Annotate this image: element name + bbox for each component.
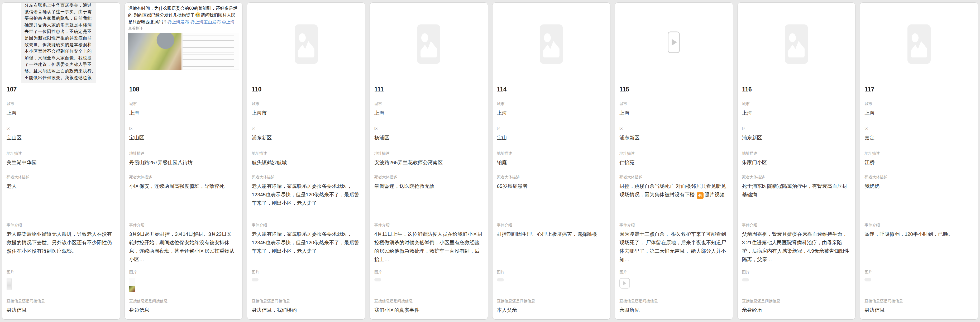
field-label-city: 城市	[129, 101, 238, 106]
field-label-event: 事件介绍	[374, 222, 483, 228]
field-value-deceased: 老人	[6, 182, 116, 190]
field-label-image: 图片	[129, 269, 238, 274]
gallery-card[interactable]: 运输有时间，为什么跟居委会的60的菜能到，还好多是烂的 别的区都已经分发过几批物…	[125, 3, 243, 319]
field-label-district: 区	[129, 126, 238, 131]
field-direct: 直接信息还是间接信息 身边信息，我们楼的	[252, 298, 361, 314]
field-value-address: 安波路265弄兰花教师公寓南区	[374, 159, 483, 167]
field-direct: 直接信息还是间接信息 我们小区的真实事件	[374, 298, 483, 314]
field-value-address: 仁怡苑	[619, 159, 728, 167]
field-value-district: 杨浦区	[374, 133, 483, 142]
card-cover	[860, 3, 978, 83]
field-value-event: 父亲周嘉祖，肾衰且瘫痪在床靠血透维持生命，3.21住进第七人民医院肾病科治疗，由…	[742, 230, 851, 264]
placeholder-mountain	[298, 41, 315, 57]
field-label-address: 地址描述	[129, 151, 238, 156]
placeholder-sun	[544, 33, 551, 42]
field-direct: 直接信息还是间接信息 亲身经历	[742, 298, 851, 314]
cabbage-photo	[128, 33, 181, 70]
field-value-direct: 身边信息	[6, 306, 116, 314]
field-label-direct: 直接信息还是间接信息	[374, 298, 483, 303]
field-label-event: 事件介绍	[742, 222, 851, 228]
field-value-event: 3月9日起开始封控，3月14日解封。3月23日又一轮封控开始，期间这位保安始终没…	[129, 230, 238, 264]
gallery-card[interactable]: 分左右联系上中华西居委会，通过微信语音确认了这一事实。由于需要保护患者家属的隐私…	[2, 3, 120, 319]
gallery-card[interactable]: 110 城市 上海市 区 浦东新区 地址描述 航头镇鹤沙航城 死者大体描述 老人…	[247, 3, 365, 319]
field-label-deceased: 死者大体描述	[742, 174, 851, 180]
field-label-direct: 直接信息还是间接信息	[129, 298, 238, 303]
field-value-deceased: 晕倒昏迷，送医院抢救无效	[374, 182, 483, 190]
field-value-city: 上海	[6, 109, 116, 117]
field-deceased: 死者大体描述 晕倒昏迷，送医院抢救无效	[374, 174, 483, 190]
field-value-direct: 我们小区的真实事件	[374, 306, 483, 314]
card-cover	[615, 3, 733, 83]
loading-pill-thumbnail	[374, 278, 381, 281]
image-placeholder-icon	[540, 24, 563, 64]
field-deceased: 死者大体描述 封控，跳楼自杀当场死亡 对面楼邻居只看见听见现场情况，因为集体被封…	[619, 174, 728, 199]
field-image: 图片	[374, 269, 483, 293]
field-label-deceased: 死者大体描述	[864, 174, 974, 180]
field-label-city: 城市	[742, 101, 851, 106]
field-city: 城市 上海	[742, 101, 851, 117]
field-direct: 直接信息还是间接信息 身边信息	[129, 298, 238, 314]
field-value-address: 丹霞山路257弄馨佳园八街坊	[129, 159, 238, 167]
placeholder-mountain	[911, 41, 927, 57]
field-city: 城市 上海	[129, 101, 238, 117]
field-label-image: 图片	[374, 269, 483, 274]
field-value-event: 封控期间因生理、心理上极度痛苦，选择跳楼	[497, 230, 606, 238]
gallery-card[interactable]: 111 城市 上海 区 杨浦区 地址描述 安波路265弄兰花教师公寓南区 死者大…	[370, 3, 488, 319]
field-value-address: 美兰湖中华园	[6, 159, 116, 167]
gallery-card[interactable]: 114 城市 上海 区 宝山 地址描述 铂庭 死者大体描述 65岁癌症患者 事件…	[493, 3, 611, 319]
field-label-city: 城市	[6, 101, 116, 106]
card-number: 115	[619, 86, 728, 93]
field-district: 区 宝山区	[129, 126, 238, 142]
field-district: 区 宝山区	[6, 126, 116, 142]
field-value-direct: 身边信息	[864, 306, 974, 314]
gallery-card[interactable]: 117 城市 上海 区 嘉定 地址描述 江桥 死者大体描述 我奶奶 事件介绍 昏…	[860, 3, 978, 319]
field-label-direct: 直接信息还是间接信息	[6, 298, 116, 303]
field-label-event: 事件介绍	[6, 222, 116, 228]
field-label-event: 事件介绍	[129, 222, 238, 228]
image-thumbnail-area	[742, 278, 851, 293]
field-direct: 直接信息还是间接信息 身边信息	[864, 298, 974, 314]
loading-pill-thumbnail	[497, 278, 504, 281]
field-event: 事件介绍 老人感染后物业街道无人跟进，导致老人在没有救援的情况下去世。另外该小区…	[6, 222, 116, 255]
field-label-address: 地址描述	[864, 151, 974, 156]
field-value-event: 老人患有哮喘，家属联系居委报备要求就医，12345也表示尽快，但是120依然来不…	[252, 230, 361, 255]
field-direct: 直接信息还是间接信息 本人父亲	[497, 298, 606, 314]
image-thumbnail-area	[129, 278, 238, 293]
field-deceased: 死者大体描述 死于浦东医院新冠隔离治疗中，有肾衰高血压封基础病	[742, 174, 851, 199]
placeholder-sun	[421, 33, 428, 42]
image-placeholder-icon	[785, 24, 808, 64]
mention-links: @上海发布 @上海宝山发布 ◎上海	[167, 19, 234, 24]
field-label-city: 城市	[252, 101, 361, 106]
post-images	[128, 33, 239, 70]
field-event: 事件介绍 因为凌晨十二点自杀， 很久救护车来了可能看到现场死了， 尸体留在原地，…	[619, 222, 728, 264]
field-value-city: 上海	[864, 109, 974, 117]
field-city: 城市 上海	[864, 101, 974, 117]
field-value-direct: 身边信息	[129, 306, 238, 314]
field-value-district: 浦东新区	[742, 133, 851, 142]
field-value-city: 上海	[497, 109, 606, 117]
field-value-deceased: 封控，跳楼自杀当场死亡 对面楼邻居只看见听见现场情况，因为集体被封没有下楼 有照…	[619, 182, 728, 199]
placeholder-mountain	[543, 41, 560, 57]
card-number: 107	[6, 86, 116, 93]
field-direct: 直接信息还是间接信息 亲眼所见	[619, 298, 728, 314]
card-cover	[493, 3, 611, 83]
field-value-district: 浦东新区	[252, 133, 361, 142]
field-image: 图片	[6, 269, 116, 293]
field-value-district: 宝山区	[129, 133, 238, 142]
field-label-image: 图片	[619, 269, 728, 274]
text-screenshot-image	[182, 33, 239, 70]
gallery-card[interactable]: 115 城市 上海 区 浦东新区 地址描述 仁怡苑 死者大体描述 封控，跳楼自杀…	[615, 3, 733, 319]
placeholder-sun	[912, 33, 918, 42]
field-value-deceased: 小区保安，连续两周高强度值班，导致猝死	[129, 182, 238, 190]
loading-pill-thumbnail	[252, 278, 259, 281]
field-label-deceased: 死者大体描述	[129, 174, 238, 180]
field-value-direct: 亲身经历	[742, 306, 851, 314]
field-address: 地址描述 江桥	[864, 151, 974, 167]
card-number: 114	[497, 86, 606, 93]
gallery-card[interactable]: 116 城市 上海 区 浦东新区 地址描述 朱家门小区 死者大体描述 死于浦东医…	[738, 3, 856, 319]
field-deceased: 死者大体描述 我奶奶	[864, 174, 974, 190]
field-deceased: 死者大体描述 小区保安，连续两周高强度值班，导致猝死	[129, 174, 238, 190]
field-value-deceased: 65岁癌症患者	[497, 182, 606, 190]
field-label-event: 事件介绍	[252, 222, 361, 228]
field-label-direct: 直接信息还是间接信息	[252, 298, 361, 303]
